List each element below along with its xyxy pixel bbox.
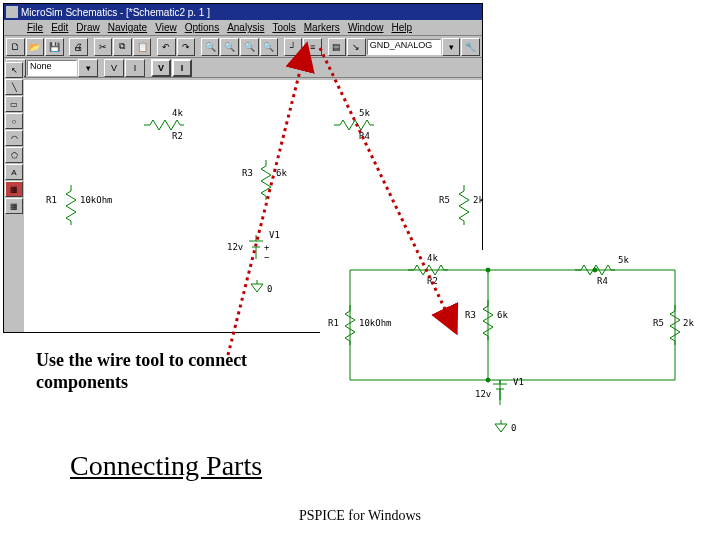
voltage-button[interactable]: V	[151, 59, 171, 77]
print-button[interactable]: 🖨	[69, 38, 88, 56]
palette-icon: ▦	[10, 185, 18, 194]
callout-line2: components	[36, 372, 247, 394]
component-r2[interactable]	[144, 120, 184, 130]
paste-icon: 📋	[137, 42, 148, 52]
bus-button[interactable]: ≡	[303, 38, 322, 56]
mini-v1-name: V1	[513, 377, 524, 387]
place-button[interactable]: ↘	[347, 38, 366, 56]
toolbar-secondary: ▦ None ▾ V I V I	[4, 58, 482, 78]
new-button[interactable]: 🗋	[6, 38, 25, 56]
copy-button[interactable]: ⧉	[113, 38, 132, 56]
menu-view[interactable]: View	[155, 22, 177, 33]
printer-icon: 🖨	[74, 42, 83, 52]
v1-plus: +	[264, 242, 269, 252]
poly-tool[interactable]: ⬠	[5, 147, 23, 163]
part-icon: ▤	[332, 42, 341, 52]
undo-button[interactable]: ↶	[157, 38, 176, 56]
menubar: File Edit Draw Navigate View Options Ana…	[4, 20, 482, 36]
circle-icon: ○	[12, 117, 17, 126]
menu-markers[interactable]: Markers	[304, 22, 340, 33]
callout-text: Use the wire tool to connect components	[36, 350, 247, 393]
doc-icon	[6, 23, 16, 33]
text-tool[interactable]: A	[5, 164, 23, 180]
wire-button[interactable]: ┘	[284, 38, 303, 56]
rect-tool[interactable]: ▭	[5, 96, 23, 112]
mini-component-r5[interactable]	[670, 305, 680, 345]
redo-button[interactable]: ↷	[177, 38, 196, 56]
menu-window[interactable]: Window	[348, 22, 384, 33]
menu-analysis[interactable]: Analysis	[227, 22, 264, 33]
mini-component-gnd[interactable]	[493, 420, 509, 438]
caret-down-icon: ▾	[86, 63, 91, 73]
grid-tool[interactable]: ▦	[5, 198, 23, 214]
menu-tools[interactable]: Tools	[272, 22, 295, 33]
component-r3[interactable]	[261, 160, 271, 200]
titlebar: MicroSim Schematics - [*Schematic2 p. 1 …	[4, 4, 482, 20]
cut-button[interactable]: ✂	[94, 38, 113, 56]
paste-button[interactable]: 📋	[133, 38, 152, 56]
arc-icon: ◠	[11, 134, 18, 143]
app-name: MicroSim Schematics	[21, 7, 117, 18]
mini-schematic: 4k R2 5k R4 R3 6k R1 10kOhm R5 2k 12v V1	[320, 250, 690, 450]
library-icon: 🔧	[465, 42, 476, 52]
circle-tool[interactable]: ○	[5, 113, 23, 129]
menu-edit[interactable]: Edit	[51, 22, 68, 33]
component-r1[interactable]	[66, 185, 76, 225]
dropdown-arrow[interactable]: ▾	[442, 38, 461, 56]
save-button[interactable]: 💾	[45, 38, 64, 56]
slide-footer: PSPICE for Windows	[0, 508, 720, 524]
zoom-out-button[interactable]: 🔍	[220, 38, 239, 56]
svg-marker-16	[495, 424, 507, 432]
zoom-fit-button[interactable]: 🔍	[260, 38, 279, 56]
mini-component-r4[interactable]	[575, 265, 615, 275]
color-tool[interactable]: ▦	[5, 181, 23, 197]
mini-component-r3[interactable]	[483, 300, 493, 340]
mini-component-v1[interactable]	[490, 380, 510, 404]
r1-value: 10kOhm	[80, 195, 113, 205]
gnd-name: 0	[267, 284, 272, 294]
mini-r4-name: R4	[597, 276, 608, 286]
zoom-area-button[interactable]: 🔍	[240, 38, 259, 56]
poly-icon: ⬠	[11, 151, 18, 160]
component-r5[interactable]	[459, 185, 469, 225]
menu-draw[interactable]: Draw	[76, 22, 99, 33]
mini-component-r2[interactable]	[408, 265, 448, 275]
component-r4[interactable]	[334, 120, 374, 130]
menu-file[interactable]: File	[27, 22, 43, 33]
library-button[interactable]: 🔧	[461, 38, 480, 56]
mini-component-r1[interactable]	[345, 305, 355, 345]
r3-name: R3	[242, 168, 253, 178]
document-title: [*Schematic2 p. 1 ]	[126, 7, 210, 18]
mini-v1-value: 12v	[475, 389, 491, 399]
marker-v-button[interactable]: V	[104, 59, 124, 77]
arc-tool[interactable]: ◠	[5, 130, 23, 146]
zoom-fit-icon: 🔍	[263, 42, 274, 52]
mini-r3-value: 6k	[497, 310, 508, 320]
component-gnd[interactable]	[249, 280, 265, 298]
v1-name: V1	[269, 230, 280, 240]
dropdown-arrow-2[interactable]: ▾	[78, 59, 98, 77]
r4-value: 5k	[359, 108, 370, 118]
v1-value: 12v	[227, 242, 243, 252]
part-button[interactable]: ▤	[328, 38, 347, 56]
r1-name: R1	[46, 195, 57, 205]
copy-icon: ⧉	[119, 41, 125, 52]
mini-r4-value: 5k	[618, 255, 629, 265]
name-field[interactable]: None	[27, 60, 77, 76]
line-tool[interactable]: ╲	[5, 79, 23, 95]
menu-options[interactable]: Options	[185, 22, 219, 33]
rect-icon: ▭	[10, 100, 18, 109]
marker-i-button[interactable]: I	[125, 59, 145, 77]
svg-marker-5	[251, 284, 263, 292]
mini-r3-name: R3	[465, 310, 476, 320]
open-button[interactable]: 📂	[26, 38, 45, 56]
menu-navigate[interactable]: Navigate	[108, 22, 147, 33]
select-tool[interactable]: ↖	[5, 62, 23, 78]
menu-help[interactable]: Help	[391, 22, 412, 33]
current-button[interactable]: I	[172, 59, 192, 77]
component-v1[interactable]	[246, 235, 266, 263]
redo-icon: ↷	[182, 42, 190, 52]
zoom-in-button[interactable]: 🔍	[201, 38, 220, 56]
part-name-dropdown[interactable]: GND_ANALOG	[367, 39, 441, 55]
folder-icon: 📂	[29, 42, 40, 52]
